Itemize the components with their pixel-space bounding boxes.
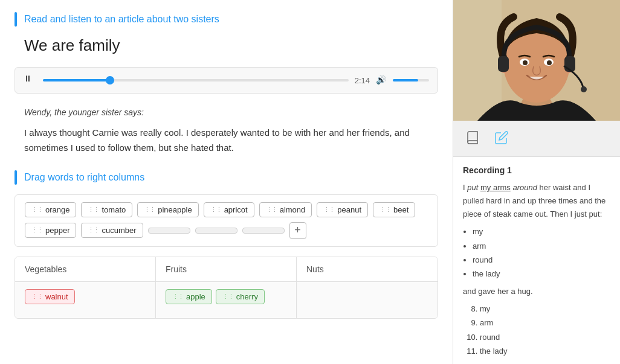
dropped-chip-cherry[interactable]: cherry [216,289,265,304]
drag-title: Drag words to right columns [24,172,144,183]
chip-almond[interactable]: almond [259,202,312,217]
article-paragraph: I always thought Carnie was really cool.… [24,125,438,156]
numbered-item-11: the lady [480,344,610,358]
teacher-photo-svg [453,0,620,121]
chip-peanut[interactable]: peanut [317,202,368,217]
numbered-item-8: my [480,302,610,316]
dropped-chip-walnut[interactable]: walnut [25,289,75,304]
fruits-cell[interactable]: apple cherry [156,282,297,318]
teacher-photo [453,0,620,121]
bullet-item-my: my [473,225,610,238]
add-chip-button[interactable]: + [289,222,306,239]
bullet-item-the-lady: the lady [473,267,610,281]
volume-icon[interactable]: 🔊 [376,75,387,86]
drag-blue-bar [15,170,17,185]
recording-text-3: and gave her a hug. [463,285,610,298]
recording-italic-around: around [512,183,537,192]
drag-header: Drag words to right columns [15,170,438,185]
article-body: Wendy, the younger sister says: I always… [24,106,438,156]
blue-accent-bar [15,12,17,27]
time-display: 2:14 [355,76,370,85]
chip-cucumber[interactable]: cucumber [81,223,143,238]
recording-text-1: I put my arms around her waist and I pul… [463,183,605,219]
header-nuts: Nuts [297,257,438,281]
svg-point-8 [523,60,528,65]
article-title: We are family [24,36,438,55]
chip-empty-3 [242,228,285,234]
chip-pepper[interactable]: pepper [25,223,76,238]
volume-bar[interactable] [393,79,429,81]
pencil-icon [494,130,509,145]
dropped-chip-apple[interactable]: apple [166,289,212,304]
progress-thumb [106,76,114,85]
chip-orange[interactable]: orange [25,202,76,217]
progress-fill [43,79,110,81]
book-icon-button[interactable] [463,128,482,149]
header-fruits: Fruits [156,257,297,281]
instruction-text: Read and listen to an article about two … [24,14,219,25]
audio-progress-bar[interactable] [43,79,349,81]
sidebar: Recording 1 I put my arms around her wai… [453,0,620,364]
svg-rect-10 [498,56,509,72]
chip-empty-2 [195,228,237,234]
recording-italic-put: put [467,183,478,192]
vegetables-cell[interactable]: walnut [15,282,156,318]
chip-empty-1 [148,228,190,234]
categories-header: Vegetables Fruits Nuts [15,257,438,282]
nuts-cell[interactable] [297,282,438,318]
chip-apricot[interactable]: apricot [204,202,254,217]
header-vegetables: Vegetables [15,257,156,281]
volume-fill [393,79,418,81]
bullet-item-arm: arm [473,239,610,253]
categories-table: Vegetables Fruits Nuts walnut apple cher… [15,257,438,319]
word-chips-area: orange tomato pineapple apricot almond p… [15,194,438,247]
main-panel: Read and listen to an article about two … [0,0,453,364]
chip-beet[interactable]: beet [373,202,415,217]
recording-underline-arms: my arms [480,183,511,192]
recording-body: I put my arms around her waist and I pul… [463,181,610,359]
recording-section: Recording 1 I put my arms around her wai… [453,157,620,364]
article-italic: Wendy, the younger sister says: [24,106,438,120]
categories-body: walnut apple cherry [15,282,438,318]
chip-tomato[interactable]: tomato [81,202,132,217]
bullet-item-round: round [473,253,610,267]
svg-point-9 [547,60,552,65]
pause-button[interactable]: ⏸ [24,74,37,87]
svg-point-12 [581,86,587,92]
numbered-list: my arm round the lady [468,302,610,359]
book-icon [465,130,480,145]
numbered-item-10: round [480,330,610,344]
instruction-header: Read and listen to an article about two … [15,12,438,27]
recording-title: Recording 1 [463,165,610,175]
sidebar-toolbar [453,121,620,157]
chip-pineapple[interactable]: pineapple [137,202,198,217]
audio-player: ⏸ 2:14 🔊 [15,67,438,94]
pencil-icon-button[interactable] [492,128,511,149]
bullet-list: my arm round the lady [473,225,610,281]
numbered-item-9: arm [480,316,610,330]
